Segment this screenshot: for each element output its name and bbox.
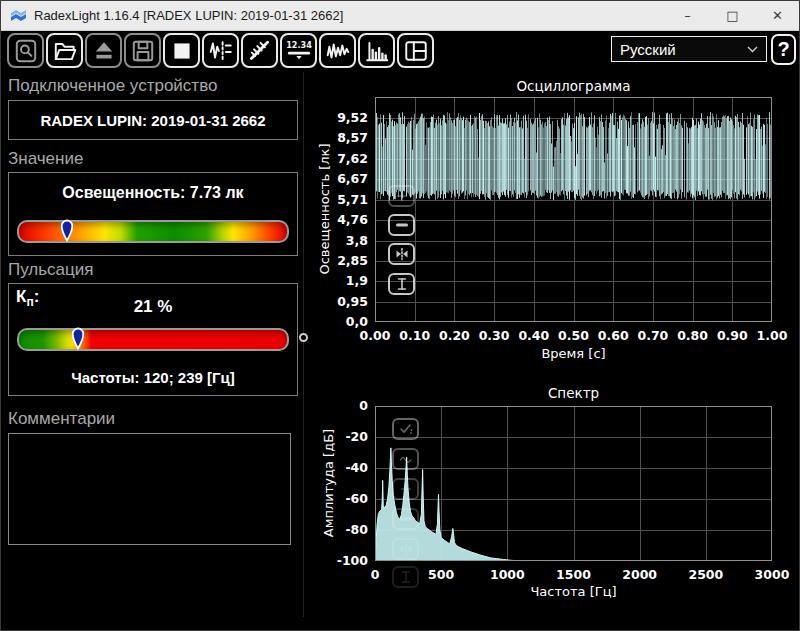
splitter-handle-icon[interactable] — [299, 333, 308, 342]
layout-icon — [403, 38, 429, 64]
oscillogram-view-button[interactable] — [319, 33, 356, 68]
oscillogram-xlabel: Время [с] — [375, 346, 772, 361]
chart-fit-horizontal-button[interactable] — [388, 243, 415, 265]
spec-y-tick: -100 — [310, 553, 368, 568]
close-button[interactable]: ✕ — [755, 0, 800, 30]
help-button[interactable]: ? — [771, 34, 796, 65]
chart-fit-vertical-button[interactable] — [392, 566, 419, 588]
titlebar: RadexLight 1.16.4 [RADEX LUPIN: 2019-01-… — [0, 0, 800, 31]
frequencies-text: Частоты: 120; 239 [Гц] — [9, 369, 297, 386]
fit-horizontal-icon — [398, 542, 414, 556]
osc-x-tick: 0.00 — [360, 328, 391, 343]
language-value: Русский — [620, 41, 676, 58]
save-icon — [130, 38, 156, 64]
zoom-in-icon — [398, 482, 414, 496]
spectrum-chart: Спектр Амплитуда [дБ] Частота [Гц] 0-20-… — [310, 380, 798, 628]
osc-x-tick: 0.70 — [637, 328, 668, 343]
spectrum-view-icon — [364, 38, 390, 64]
select-icon — [398, 422, 414, 436]
spectrum-plot[interactable] — [375, 406, 772, 561]
svg-text:12.34: 12.34 — [286, 40, 312, 50]
chart-zoom-out-button[interactable] — [388, 214, 415, 236]
record-marks-icon — [208, 38, 234, 64]
app-logo-icon — [10, 8, 27, 23]
chart-zoom-out-button[interactable] — [392, 508, 419, 530]
spectrum-view-button[interactable] — [358, 33, 395, 68]
preview-button[interactable] — [7, 33, 44, 68]
minimize-button[interactable]: – — [665, 0, 710, 30]
spectrum-title: Спектр — [375, 385, 772, 401]
spec-x-tick: 1000 — [490, 567, 525, 582]
value-gradient-bar — [17, 220, 289, 243]
chart-fit-horizontal-button[interactable] — [392, 538, 419, 560]
osc-y-tick: 0,95 — [310, 294, 368, 309]
chevron-down-icon — [747, 46, 758, 53]
numeric-display-icon: 12.34 — [286, 38, 312, 64]
osc-y-tick: 3,8 — [310, 233, 368, 248]
open-icon — [52, 38, 78, 64]
spec-y-tick: -60 — [310, 491, 368, 506]
osc-y-tick: 1,9 — [310, 273, 368, 288]
oscillogram-title: Осциллограмма — [375, 78, 772, 94]
spectrum-ylabel: Амплитуда [дБ] — [321, 429, 336, 537]
osc-y-tick: 0,0 — [310, 314, 368, 329]
numeric-display-button[interactable]: 12.34 — [280, 33, 317, 68]
comments-input[interactable] — [8, 433, 291, 545]
smooth-icon — [398, 452, 414, 466]
chart-fit-vertical-button[interactable] — [388, 273, 415, 295]
maximize-button[interactable]: □ — [710, 0, 755, 30]
device-name: RADEX LUPIN: 2019-01-31 2662 — [40, 112, 265, 129]
comments-section-header: Комментарии — [8, 409, 115, 429]
stop-icon — [169, 38, 195, 64]
preview-icon — [13, 38, 39, 64]
osc-x-tick: 0.50 — [558, 328, 589, 343]
osc-x-tick: 0.30 — [479, 328, 510, 343]
osc-y-tick: 4,76 — [310, 212, 368, 227]
rays-icon — [247, 38, 273, 64]
eject-button[interactable] — [85, 33, 122, 68]
spec-x-tick: 2500 — [688, 567, 723, 582]
oscillogram-view-icon — [325, 38, 351, 64]
spec-x-tick: 1500 — [556, 567, 591, 582]
eject-icon — [91, 38, 117, 64]
chart-zoom-in-button[interactable] — [388, 185, 415, 207]
fit-horizontal-icon — [394, 247, 410, 261]
oscillogram-plot[interactable] — [375, 97, 772, 322]
pulsation-gradient-bar — [17, 328, 289, 351]
language-select[interactable]: Русский — [611, 36, 767, 62]
osc-x-tick: 0.20 — [439, 328, 470, 343]
zoom-out-icon — [394, 218, 410, 232]
window-controls: – □ ✕ — [665, 0, 800, 30]
zoom-in-icon — [394, 189, 410, 203]
chart-select-button[interactable] — [392, 418, 419, 440]
layout-button[interactable] — [397, 33, 434, 68]
stop-button[interactable] — [163, 33, 200, 68]
pulsation-marker-icon — [71, 324, 84, 354]
save-button[interactable] — [124, 33, 161, 68]
osc-y-tick: 8,57 — [310, 130, 368, 145]
device-section-header: Подключенное устройство — [8, 76, 217, 96]
zoom-out-icon — [398, 512, 414, 526]
osc-y-tick: 5,71 — [310, 192, 368, 207]
spec-y-tick: -20 — [310, 429, 368, 444]
panel-splitter[interactable] — [303, 72, 304, 617]
chart-smooth-button[interactable] — [392, 448, 419, 470]
record-marks-button[interactable] — [202, 33, 239, 68]
rays-button[interactable] — [241, 33, 278, 68]
value-marker-icon — [61, 216, 74, 246]
osc-x-tick: 0.40 — [518, 328, 549, 343]
device-panel: RADEX LUPIN: 2019-01-31 2662 — [8, 100, 298, 140]
spec-y-tick: 0 — [310, 398, 368, 413]
illuminance-reading: Освещенность: 7.73 лк — [9, 184, 297, 202]
open-button[interactable] — [46, 33, 83, 68]
value-panel: Освещенность: 7.73 лк — [8, 172, 298, 256]
window-title: RadexLight 1.16.4 [RADEX LUPIN: 2019-01-… — [34, 8, 343, 23]
pulsation-panel: Кп: 21 % Частоты: 120; 239 [Гц] — [8, 283, 298, 396]
chart-zoom-in-button[interactable] — [392, 478, 419, 500]
osc-x-tick: 1.00 — [757, 328, 788, 343]
pulsation-section-header: Пульсация — [8, 260, 94, 280]
toolbar: 12.34 — [7, 33, 434, 68]
osc-x-tick: 0.90 — [717, 328, 748, 343]
spec-y-tick: -40 — [310, 460, 368, 475]
osc-y-tick: 2,85 — [310, 253, 368, 268]
